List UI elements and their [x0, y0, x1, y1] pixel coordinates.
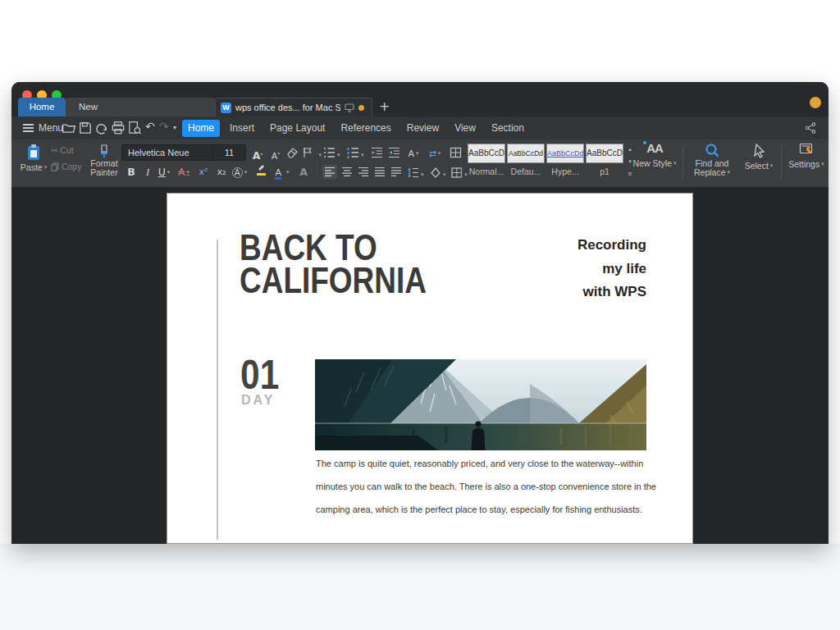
phonetic-flag-icon [302, 147, 313, 158]
share-icon[interactable] [805, 122, 816, 134]
find-replace-button[interactable]: Find and Replace [687, 139, 737, 177]
ribbon-tab-home[interactable]: Home [182, 120, 220, 137]
document-canvas: BACK TO CALIFORNIA Recording my life wit… [11, 187, 829, 544]
wps-office-window: Home New W wps office des... for Mac Sto… [11, 82, 829, 544]
align-left-button[interactable] [322, 165, 337, 179]
toolbar-more-icon[interactable]: ▾ [173, 124, 176, 131]
bullet-list-icon [323, 147, 336, 158]
grow-font-glyph: A [253, 149, 261, 162]
distribute-text-button[interactable] [390, 167, 402, 177]
borders-button[interactable] [451, 167, 468, 181]
tab-new[interactable]: New [66, 98, 215, 116]
hamburger-menu-icon[interactable] [23, 124, 34, 135]
format-painter-brush-icon [97, 144, 112, 158]
phonetic-guide-button[interactable] [302, 147, 322, 162]
align-center-button[interactable] [341, 167, 353, 177]
align-right-button[interactable] [358, 167, 369, 177]
distribute-text-icon [390, 167, 402, 177]
landscape-photo[interactable] [315, 359, 646, 450]
cut-button[interactable]: ✂ Cut [51, 146, 84, 155]
open-file-icon[interactable] [62, 121, 76, 135]
highlighter-icon [257, 164, 266, 176]
save-icon[interactable] [78, 121, 93, 135]
undo-icon[interactable]: ↶ [145, 120, 155, 133]
ribbon-tab-insert[interactable]: Insert [230, 122, 254, 134]
underline-button[interactable]: U [156, 164, 172, 180]
line-spacing-icon [407, 167, 419, 178]
find-replace-label: Find and Replace [687, 159, 737, 177]
align-left-icon [324, 167, 336, 177]
ribbon-tab-view[interactable]: View [454, 122, 476, 134]
numbering-button[interactable] [347, 147, 364, 162]
decrease-indent-icon [371, 147, 383, 158]
tab-home-label: Home [30, 102, 55, 112]
ribbon-tab-page-layout[interactable]: Page Layout [270, 122, 325, 134]
copy-label: Copy [62, 162, 82, 171]
text-direction-button[interactable]: ⇄ [427, 145, 443, 162]
new-tab-button[interactable]: + [379, 98, 390, 115]
style-default[interactable]: AaBbCcDd [507, 144, 545, 163]
shrink-font-button[interactable]: A▾ [267, 145, 284, 162]
font-color-button[interactable]: A [274, 164, 290, 180]
ribbon-tab-references[interactable]: References [340, 122, 390, 134]
style-hyperlink[interactable]: AaBbCcDd [546, 144, 584, 163]
grow-font-button[interactable]: A▴ [249, 145, 266, 162]
new-style-button[interactable]: AA New Style [632, 139, 678, 168]
tab-document-label: wps office des... for Mac Store [235, 98, 340, 117]
tab-home[interactable]: Home [18, 98, 66, 116]
export-icon[interactable] [94, 121, 109, 135]
text-effects-button[interactable]: A [231, 164, 248, 180]
line-spacing-button[interactable] [407, 167, 424, 181]
style-gallery-expand-button[interactable]: ≡ [625, 168, 635, 180]
menu-button[interactable]: Menu [39, 122, 63, 134]
ribbon-tab-review[interactable]: Review [407, 122, 439, 134]
font-family-input[interactable]: Helvetica Neue [122, 145, 212, 160]
increase-indent-button[interactable] [388, 147, 400, 158]
select-cursor-icon [753, 144, 765, 158]
superscript-button[interactable]: x² [195, 164, 212, 180]
redo-icon[interactable]: ↷ [159, 120, 169, 133]
highlight-color-button[interactable] [253, 164, 269, 180]
account-avatar[interactable] [810, 97, 821, 108]
clear-formatting-eraser-icon[interactable] [285, 146, 299, 159]
shading-bucket-icon [430, 167, 441, 178]
paste-button[interactable]: Paste [18, 139, 49, 172]
style-default-label: Defau... [507, 167, 545, 176]
strikethrough-button[interactable]: A [176, 164, 192, 180]
style-p1-label: p1 [586, 167, 623, 176]
day-label: DAY [241, 393, 275, 408]
strikethrough-glyph: A [178, 166, 185, 178]
paste-label: Paste [21, 162, 47, 172]
day-number: 01 [240, 351, 279, 399]
tab-new-label: New [79, 102, 98, 112]
page-setup-button[interactable] [450, 147, 462, 158]
print-preview-icon[interactable] [127, 121, 142, 135]
character-scale-button[interactable]: A [405, 145, 422, 162]
style-normal[interactable]: AaBbCcDd [468, 144, 505, 163]
document-page[interactable]: BACK TO CALIFORNIA Recording my life wit… [167, 193, 693, 544]
note-line-2: my life [578, 258, 646, 281]
subscript-button[interactable]: x₂ [213, 164, 230, 180]
style-hyperlink-preview: AaBbCcDd [547, 149, 584, 158]
shading-button[interactable] [430, 167, 446, 181]
increase-indent-icon [388, 147, 400, 158]
grid-page-icon [450, 147, 462, 158]
style-p1[interactable]: AaBbCcD [586, 144, 623, 163]
settings-button[interactable]: Settings [786, 139, 827, 169]
copy-button[interactable]: Copy [51, 162, 84, 171]
settings-label: Settings [788, 159, 824, 169]
print-icon[interactable] [111, 121, 126, 135]
ribbon-tab-section[interactable]: Section [491, 122, 524, 134]
bullets-button[interactable] [323, 147, 340, 162]
body-paragraph[interactable]: The camp is quite quiet, reasonably pric… [316, 452, 656, 521]
select-button[interactable]: Select [740, 139, 778, 171]
font-size-input[interactable]: 11 [212, 145, 245, 160]
settings-wrench-icon [799, 143, 815, 158]
italic-button[interactable]: I [139, 164, 156, 180]
text-direction-icon: ⇄ [429, 148, 436, 159]
tab-document[interactable]: W wps office des... for Mac Store [215, 98, 372, 116]
bold-button[interactable]: B [123, 164, 139, 180]
decrease-indent-button[interactable] [371, 147, 383, 158]
character-shading-button[interactable]: A [295, 164, 312, 180]
justify-button[interactable] [374, 167, 386, 177]
